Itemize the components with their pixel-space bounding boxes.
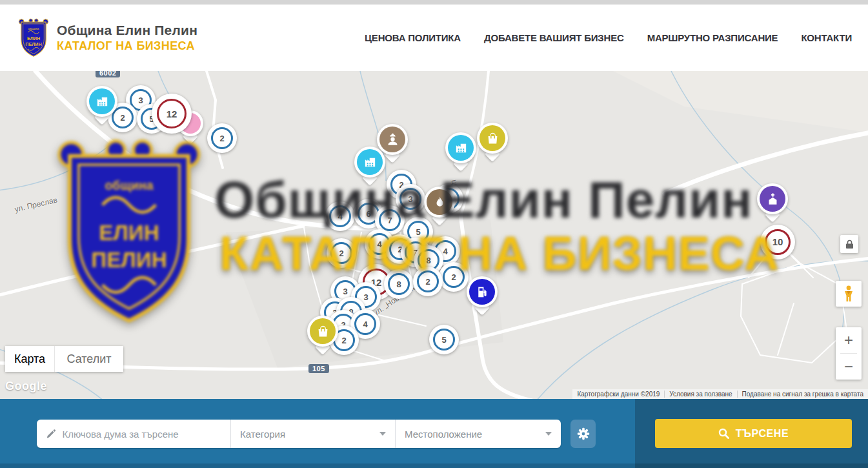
cluster-marker[interactable]: 5 bbox=[429, 325, 459, 354]
main-nav: ЦЕНОВА ПОЛИТИКА ДОБАВЕТЕ ВАШИЯТ БИЗНЕС М… bbox=[365, 32, 852, 43]
nav-route-schedule[interactable]: МАРШРУТНО РАЗПИСАНИЕ bbox=[647, 32, 778, 43]
road-number-label: 105 bbox=[308, 364, 329, 373]
keyword-search-input[interactable] bbox=[62, 429, 221, 440]
category-select[interactable]: Категория bbox=[230, 420, 395, 448]
factory-icon bbox=[448, 135, 474, 161]
location-select-value: Местоположение bbox=[405, 429, 482, 440]
shopping-bag-icon bbox=[479, 125, 505, 151]
zoom-in-button[interactable]: + bbox=[836, 327, 862, 353]
map-data-copyright: Картографски данни ©2019 bbox=[572, 391, 664, 398]
pencil-icon bbox=[46, 429, 56, 440]
nav-contacts[interactable]: КОНТАКТИ bbox=[801, 32, 852, 43]
cluster-marker[interactable]: 4 bbox=[325, 201, 355, 231]
cluster-marker[interactable]: 2 bbox=[413, 267, 443, 296]
google-logo[interactable]: Google bbox=[5, 380, 47, 393]
factory-icon bbox=[357, 149, 383, 175]
brand[interactable]: община ЕЛИН ПЕЛИН Община Елин Пелин КАТА… bbox=[18, 18, 197, 58]
cluster-marker[interactable]: 10 bbox=[760, 225, 795, 259]
location-select[interactable]: Местоположение bbox=[395, 420, 561, 448]
municipality-crest-logo: община ЕЛИН ПЕЛИН bbox=[18, 18, 49, 58]
svg-text:ПЕЛИН: ПЕЛИН bbox=[25, 41, 41, 46]
nav-pricing-policy[interactable]: ЦЕНОВА ПОЛИТИКА bbox=[365, 32, 461, 43]
advanced-options-button[interactable] bbox=[570, 420, 596, 448]
map-canvas[interactable]: 6002105ул. Преславбул. „Новоселци"ци3251… bbox=[0, 71, 868, 399]
cluster-marker[interactable]: 12 bbox=[152, 94, 192, 134]
chevron-down-icon bbox=[379, 432, 386, 436]
cluster-marker[interactable]: 8 bbox=[384, 269, 414, 299]
business-pin-factory-icon[interactable] bbox=[445, 132, 476, 163]
lock-button[interactable] bbox=[840, 235, 858, 253]
factory-icon bbox=[89, 88, 115, 114]
cluster-marker[interactable]: 2 bbox=[439, 262, 469, 292]
svg-text:ЕЛИН: ЕЛИН bbox=[27, 35, 40, 41]
padlock-icon bbox=[845, 239, 854, 249]
flame-icon bbox=[427, 189, 452, 215]
gear-icon bbox=[576, 427, 590, 441]
page: община ЕЛИН ПЕЛИН Община Елин Пелин КАТА… bbox=[0, 0, 868, 468]
business-pin-church-icon[interactable] bbox=[757, 183, 788, 214]
fuel-pump-icon bbox=[469, 279, 495, 305]
keyword-field[interactable] bbox=[37, 420, 230, 448]
shopping-bag-icon bbox=[310, 318, 336, 344]
top-strip bbox=[0, 0, 868, 5]
terms-of-use-link[interactable]: Условия за ползване bbox=[664, 391, 736, 398]
business-pin-factory-icon[interactable] bbox=[354, 147, 385, 178]
search-submit-label: ТЪРСЕНЕ bbox=[736, 428, 789, 440]
svg-text:община: община bbox=[28, 26, 39, 30]
church-icon bbox=[760, 186, 785, 212]
nav-add-your-business[interactable]: ДОБАВЕТЕ ВАШИЯТ БИЗНЕС bbox=[484, 32, 624, 43]
map-view-button[interactable]: Карта bbox=[5, 346, 55, 372]
bottom-shade bbox=[0, 463, 868, 468]
category-select-value: Категория bbox=[240, 429, 285, 440]
business-pin-factory-icon[interactable] bbox=[86, 86, 117, 117]
chevron-down-icon bbox=[545, 432, 552, 436]
business-pin-shopping-bag-icon[interactable] bbox=[477, 123, 508, 154]
search-bar: Категория Местоположение bbox=[0, 399, 868, 468]
search-icon bbox=[718, 428, 729, 439]
business-pin-fuel-pump-icon[interactable] bbox=[467, 276, 498, 307]
report-map-error-link[interactable]: Подаване на сигнал за грешка в картата bbox=[737, 391, 868, 398]
site-title: Община Елин Пелин bbox=[57, 23, 197, 38]
satellite-view-button[interactable]: Сателит bbox=[55, 346, 123, 372]
business-pin-flame-icon[interactable] bbox=[424, 187, 455, 218]
map-type-control: Карта Сателит bbox=[5, 346, 123, 372]
search-fields: Категория Местоположение bbox=[37, 420, 561, 448]
zoom-control: + − bbox=[836, 327, 862, 380]
cluster-marker[interactable]: 2 bbox=[327, 238, 356, 268]
map-attribution: Картографски данни ©2019 Условия за полз… bbox=[572, 389, 868, 399]
site-subtitle: КАТАЛОГ НА БИЗНЕСА bbox=[57, 39, 197, 53]
business-pin-shopping-bag-icon[interactable] bbox=[307, 316, 338, 347]
pegman-icon bbox=[842, 285, 855, 302]
header: община ЕЛИН ПЕЛИН Община Елин Пелин КАТА… bbox=[0, 5, 868, 71]
cluster-marker[interactable]: 2 bbox=[207, 123, 237, 153]
street-view-pegman-button[interactable] bbox=[836, 281, 862, 307]
road-number-label: 6002 bbox=[96, 71, 120, 77]
zoom-out-button[interactable]: − bbox=[836, 354, 862, 380]
search-submit-button[interactable]: ТЪРСЕНЕ bbox=[655, 419, 852, 448]
